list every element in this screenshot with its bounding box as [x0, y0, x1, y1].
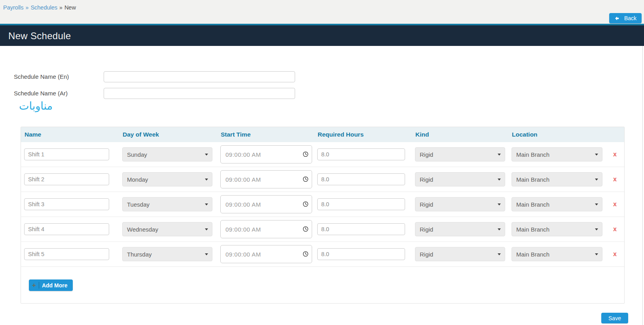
breadcrumb-current: New [64, 4, 76, 11]
page-title: New Schedule [0, 25, 644, 42]
cell-required-hours [314, 223, 412, 235]
table-body: Sunday [21, 142, 624, 267]
shift-name-input[interactable] [24, 248, 109, 260]
clock-icon[interactable] [303, 151, 309, 157]
required-hours-input[interactable] [317, 223, 405, 235]
table-row: Tuesday [21, 192, 624, 217]
clock-icon[interactable] [303, 251, 309, 257]
table-row: Thursday [21, 242, 624, 267]
clock-icon[interactable] [303, 176, 309, 182]
column-header-name: Name [21, 131, 119, 138]
breadcrumb: Payrolls»Schedules»New [3, 4, 76, 11]
schedule-name-en-input[interactable] [104, 71, 295, 82]
back-button[interactable]: Back [609, 13, 642, 23]
start-time-input[interactable] [220, 245, 312, 263]
delete-row-button[interactable]: x [611, 149, 619, 160]
column-header-kind: Kind [412, 131, 508, 138]
start-time-input[interactable] [220, 170, 312, 188]
cell-day-of-week: Wednesday [119, 222, 217, 236]
cell-actions: x [608, 149, 625, 160]
kind-select[interactable]: Rigid [415, 247, 505, 261]
add-more-button[interactable]: + Add More [29, 279, 73, 291]
shift-name-input[interactable] [24, 223, 109, 235]
schedule-name-ar-input[interactable] [104, 88, 295, 99]
location-value: Main Branch [516, 151, 549, 158]
chevron-down-icon [595, 154, 598, 156]
breadcrumb-link-payrolls[interactable]: Payrolls [3, 4, 24, 11]
new-schedule-page: Payrolls»Schedules»New Back New Schedule… [0, 0, 644, 325]
table-row: Sunday [21, 142, 624, 167]
cell-kind: Rigid [412, 247, 508, 261]
cell-day-of-week: Monday [119, 172, 217, 186]
clock-icon[interactable] [303, 201, 309, 207]
clock-icon[interactable] [303, 226, 309, 232]
add-more-section: + Add More [21, 267, 624, 303]
cell-kind: Rigid [412, 147, 508, 162]
day-of-week-select[interactable]: Sunday [122, 147, 212, 162]
delete-row-button[interactable]: x [611, 174, 619, 184]
start-time-input[interactable] [220, 195, 312, 213]
required-hours-input[interactable] [317, 173, 405, 185]
location-select[interactable]: Main Branch [511, 147, 602, 162]
day-of-week-select[interactable]: Thursday [122, 247, 212, 261]
cell-day-of-week: Sunday [119, 147, 217, 162]
content-right-border [642, 46, 643, 325]
kind-select[interactable]: Rigid [415, 147, 505, 162]
day-of-week-select[interactable]: Tuesday [122, 197, 212, 211]
location-value: Main Branch [516, 201, 549, 208]
kind-select[interactable]: Rigid [415, 222, 505, 236]
day-of-week-value: Sunday [127, 151, 147, 158]
day-of-week-value: Tuesday [127, 201, 150, 208]
chevron-down-icon [595, 179, 598, 181]
column-header-day-of-week: Day of Week [119, 131, 217, 138]
content-area: Schedule Name (En) Schedule Name (Ar) من… [0, 46, 644, 325]
kind-select[interactable]: Rigid [415, 197, 505, 211]
start-time-input[interactable] [220, 220, 312, 238]
schedule-name-ar-row: Schedule Name (Ar) [0, 88, 356, 99]
location-select[interactable]: Main Branch [511, 247, 602, 261]
cell-location: Main Branch [508, 222, 608, 236]
required-hours-input[interactable] [317, 198, 405, 210]
top-strip: Payrolls»Schedules»New Back [0, 0, 644, 24]
location-select[interactable]: Main Branch [511, 222, 602, 236]
day-of-week-select[interactable]: Monday [122, 172, 212, 186]
delete-row-button[interactable]: x [611, 224, 619, 234]
kind-select[interactable]: Rigid [415, 172, 505, 186]
shift-name-input[interactable] [24, 148, 109, 160]
table-row: Monday [21, 167, 624, 192]
chevron-down-icon [205, 253, 208, 255]
breadcrumb-separator: » [59, 4, 63, 11]
chevron-down-icon [498, 228, 501, 230]
delete-row-button[interactable]: x [611, 249, 619, 259]
day-of-week-select[interactable]: Wednesday [122, 222, 212, 236]
shift-name-input[interactable] [24, 173, 109, 185]
cell-day-of-week: Tuesday [119, 197, 217, 211]
required-hours-input[interactable] [317, 248, 405, 260]
save-button[interactable]: Save [601, 313, 628, 323]
cell-location: Main Branch [508, 197, 608, 211]
breadcrumb-link-schedules[interactable]: Schedules [30, 4, 57, 11]
cell-actions: x [608, 174, 625, 184]
column-header-location: Location [508, 131, 608, 138]
cell-kind: Rigid [412, 222, 508, 236]
required-hours-input[interactable] [317, 148, 405, 160]
cell-name [21, 248, 119, 260]
start-time-input[interactable] [220, 145, 312, 163]
shift-name-input[interactable] [24, 198, 109, 210]
chevron-down-icon [498, 203, 501, 205]
cell-name [21, 198, 119, 210]
kind-value: Rigid [420, 151, 433, 158]
chevron-down-icon [205, 203, 208, 205]
table-header-row: Name Day of Week Start Time Required Hou… [21, 127, 624, 142]
delete-row-button[interactable]: x [611, 199, 619, 209]
location-value: Main Branch [516, 226, 549, 233]
chevron-down-icon [205, 179, 208, 181]
add-more-label: Add More [42, 282, 68, 289]
location-select[interactable]: Main Branch [511, 172, 602, 186]
location-select[interactable]: Main Branch [511, 197, 602, 211]
cell-start-time [217, 195, 314, 213]
cell-actions: x [608, 199, 625, 209]
chevron-down-icon [205, 228, 208, 230]
cell-location: Main Branch [508, 147, 608, 162]
location-value: Main Branch [516, 251, 549, 258]
